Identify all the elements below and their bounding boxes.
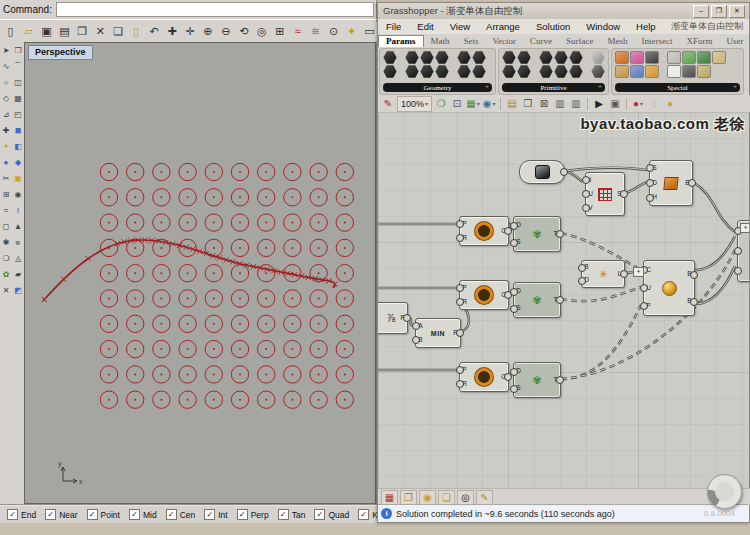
side-tool-icon-0[interactable]: ➤ [0,42,12,58]
special-component-icon[interactable] [667,65,681,78]
circle-a[interactable]: PRC [459,216,509,246]
lock-icon[interactable]: ▣ [608,97,622,111]
lamp-icon[interactable]: ✦ [343,22,360,41]
side-tool-icon-11[interactable]: ◼ [12,122,24,138]
input-grip[interactable] [510,239,518,247]
help-icon[interactable]: ▭ [361,22,378,41]
osnap-quad[interactable]: ✓Quad [314,509,349,520]
graft-a[interactable]: DS✾T [513,216,561,252]
zoom-extents-icon[interactable]: ⊡ [450,97,464,111]
tab-curve[interactable]: Curve [523,36,559,47]
side-tool-icon-4[interactable]: ○ [0,74,12,90]
param-component-icon[interactable] [554,51,568,64]
menu-solution[interactable]: Solution [528,21,578,32]
param-component-icon[interactable] [502,65,516,78]
osnap-point[interactable]: ✓Point [87,509,120,520]
expand-icon[interactable]: + [598,83,602,91]
param-component-icon[interactable] [405,65,419,78]
side-tool-icon-27[interactable]: ◬ [12,250,24,266]
output-grip[interactable] [556,376,564,384]
canvas-image-icon[interactable]: ▦▾ [466,97,480,111]
add-input-button[interactable]: + [740,223,749,233]
command-input[interactable] [56,2,374,17]
bake-icon[interactable]: ▤ [505,97,519,111]
pan-icon[interactable]: ✚ [164,22,181,41]
sketch-pen-icon[interactable]: ✎ [381,97,395,111]
grasshopper-titlebar[interactable]: Grasshopper - 渐变单体自由控制 –❐✕ [378,3,749,20]
side-tool-icon-3[interactable]: ⌒ [12,58,24,74]
special-component-icon[interactable] [645,65,659,78]
rotate-view-icon[interactable]: ⟲ [235,22,252,41]
zoom-dynamic-icon[interactable]: ⊖ [217,22,234,41]
trash-icon[interactable]: ⊠ [537,97,551,111]
side-tool-icon-20[interactable]: ≈ [0,202,12,218]
side-tool-icon-9[interactable]: ◰ [12,106,24,122]
special-component-icon[interactable] [630,65,644,78]
side-tool-icon-21[interactable]: ≀ [12,202,24,218]
side-tool-icon-13[interactable]: ◧ [12,138,24,154]
input-grip[interactable] [510,288,518,296]
side-tool-icon-1[interactable]: ❒ [12,42,24,58]
input-grip[interactable] [510,385,518,393]
special-component-icon[interactable] [682,51,696,64]
input-grip[interactable] [456,366,464,374]
output-grip[interactable] [620,190,628,198]
zoom-in-icon[interactable]: ❍ [434,97,448,111]
param-component-icon[interactable] [517,51,531,64]
input-grip[interactable] [646,179,654,187]
input-grip[interactable] [582,176,590,184]
tween[interactable]: BD✳L [581,260,625,288]
minimum[interactable]: ABMINR [415,318,461,348]
param-component-icon[interactable] [539,65,553,78]
render-icon[interactable]: ≋ [307,22,324,41]
minimize-button[interactable]: – [693,5,709,18]
spotlight-icon[interactable]: ⊙ [325,22,342,41]
tab-xform[interactable]: XForm [679,36,719,47]
side-tool-icon-5[interactable]: ◫ [12,74,24,90]
param-component-icon[interactable] [457,51,471,64]
new-file-icon[interactable]: ▯ [2,22,19,41]
param-component-icon[interactable] [472,51,486,64]
node-canvas[interactable]: byav.taobao.com 老徐 IUVSSDHBPRCDS✾TBD✳LCU… [378,112,749,488]
checkbox-perp[interactable]: ✓ [237,509,248,520]
output-grip[interactable] [456,329,464,337]
checkbox-cen[interactable]: ✓ [166,509,177,520]
input-grip[interactable] [646,194,654,202]
side-tool-icon-14[interactable]: ● [0,154,12,170]
save-icon[interactable]: ▣ [38,22,55,41]
tab-math[interactable]: Math [424,36,457,47]
param-component-icon[interactable] [420,65,434,78]
surface-param[interactable] [519,160,565,184]
tab-user[interactable]: User [720,36,750,47]
output-grip[interactable] [620,270,628,278]
osnap-tan[interactable]: ✓Tan [278,509,306,520]
input-grip[interactable] [456,284,464,292]
graft-c[interactable]: DS✾T [513,362,561,398]
menu-help[interactable]: Help [628,21,664,32]
checkbox-knot[interactable]: ✓ [358,509,369,520]
recompute-play-icon[interactable]: ▶ [592,97,606,111]
folder-icon[interactable]: ❏ [438,490,455,505]
undo-icon[interactable]: ↶ [146,22,163,41]
dropdown-arrow-icon[interactable]: ▾ [477,100,480,107]
input-grip[interactable] [578,264,586,272]
side-tool-icon-24[interactable]: ✱ [0,234,12,250]
side-tool-icon-28[interactable]: ✿ [0,266,12,282]
param-component-icon[interactable] [383,51,397,64]
output-grip[interactable] [688,179,696,187]
input-grip[interactable] [640,284,648,292]
dropdown-arrow-icon[interactable]: ▾ [640,100,643,107]
special-component-icon[interactable] [630,51,644,64]
side-tool-icon-31[interactable]: ◩ [12,282,24,298]
cluster-icon[interactable]: ❒ [521,97,535,111]
checkbox-quad[interactable]: ✓ [314,509,325,520]
paste-icon[interactable]: ▯ [128,22,145,41]
open-file-icon[interactable]: ▱ [20,22,37,41]
dropdown-arrow-icon[interactable]: ▾ [425,100,428,107]
param-component-icon[interactable] [569,65,583,78]
param-component-icon[interactable] [591,65,605,78]
menu-arrange[interactable]: Arrange [478,21,528,32]
param-component-icon[interactable] [435,65,449,78]
merge-edge[interactable]: + [737,220,749,282]
param-component-icon[interactable] [457,65,471,78]
